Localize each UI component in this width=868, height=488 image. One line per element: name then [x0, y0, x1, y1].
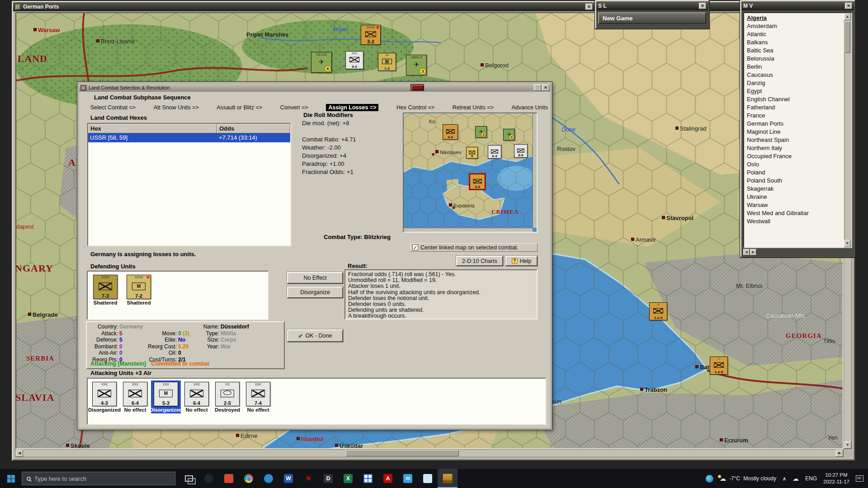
location-item-poland[interactable]: Poland	[747, 169, 844, 177]
task-view-icon[interactable]	[179, 469, 199, 488]
word-icon[interactable]: W	[278, 469, 298, 488]
pdf-icon[interactable]: A	[378, 469, 398, 488]
location-item-danzig[interactable]: Danzig	[747, 79, 844, 87]
location-item-fatherland[interactable]: Fatherland	[747, 103, 844, 112]
taskbar-search[interactable]: Type here to search	[22, 472, 175, 485]
location-item-balkans[interactable]: Balkans	[747, 38, 844, 47]
charts-button[interactable]: 2-D:10 Charts	[456, 256, 503, 266]
location-item-warsaw[interactable]: Warsaw	[747, 201, 844, 209]
chrome-icon[interactable]	[239, 469, 259, 488]
location-item-algeria[interactable]: Algeria	[747, 14, 844, 22]
location-item-belorussia[interactable]: Belorussia	[747, 55, 844, 63]
location-item-german-ports[interactable]: German Ports	[747, 120, 844, 128]
location-item-english-channel[interactable]: English Channel	[747, 95, 844, 103]
location-item-caucasus[interactable]: Caucasus	[747, 71, 844, 79]
location-item-egypt[interactable]: Egypt	[747, 87, 844, 95]
location-item-atlantic[interactable]: Atlantic	[747, 30, 844, 38]
mv-scroll-up-icon[interactable]: ▲	[844, 13, 851, 20]
unit-counter[interactable]: XXXX7-3	[93, 275, 118, 299]
location-item-skagerrak[interactable]: Skagerrak	[747, 185, 844, 193]
dialog-close-button[interactable]: ✕	[542, 84, 549, 91]
mv-titlebar[interactable]: M V ✕	[741, 1, 854, 10]
game-icon[interactable]	[438, 469, 458, 488]
mv-scroll-thumb[interactable]	[844, 21, 850, 53]
language-indicator[interactable]: ENG	[805, 475, 817, 482]
column-header-odds[interactable]: Odds	[217, 124, 290, 133]
location-item-poland-south[interactable]: Poland South	[747, 177, 844, 185]
location-item-occupied-france[interactable]: Occupied France	[747, 152, 844, 160]
center-map-checkbox[interactable]	[412, 244, 418, 250]
sl-close-button[interactable]: ✕	[699, 3, 706, 9]
hscroll-thumb[interactable]	[346, 450, 459, 456]
info-value: Corps	[221, 337, 279, 343]
map-horizontal-scrollbar[interactable]: ◀ ▶	[15, 449, 844, 457]
mv-scrollbar[interactable]: ▲ ▼	[844, 13, 851, 247]
mail-icon[interactable]: ✉	[398, 469, 418, 488]
unit-cell[interactable]: XXXM5-3Disorganized	[151, 380, 181, 413]
sl-titlebar[interactable]: S L ✕	[596, 1, 708, 10]
location-item-baltic-sea[interactable]: Baltic Sea	[747, 47, 844, 55]
unit-counter[interactable]: XXXXRM7-2	[127, 275, 151, 299]
unit-counter[interactable]: XX2-5	[215, 382, 240, 406]
weather-widget[interactable]: ☁ -7°C Mostly cloudy	[720, 475, 776, 482]
linked-minimap[interactable]: KriNikolayevEvpatoriaCRIMEA 4-3✈3✈396-48…	[403, 113, 538, 233]
location-item-northeast-spain[interactable]: Northeast Spain	[747, 136, 844, 144]
steam-icon[interactable]	[199, 469, 219, 488]
unit-cell[interactable]: XX2-5Destroyed	[212, 380, 242, 413]
unit-counter[interactable]: XXX7-4	[246, 382, 270, 406]
no-effect-button[interactable]: No Effect	[287, 272, 343, 284]
unit-cell[interactable]: XXXX7-3Shattered	[90, 273, 120, 306]
unit-counter[interactable]: XXX6-4	[184, 382, 209, 406]
table-row[interactable]: USSR [58, 59] +7.714 (33:14)	[88, 133, 290, 142]
photos-app-icon[interactable]	[418, 469, 438, 488]
location-item-maginot-line[interactable]: Maginot Line	[747, 128, 844, 136]
location-item-ukraine[interactable]: Ukraine	[747, 193, 844, 201]
minimap-vscroll[interactable]	[533, 113, 537, 228]
d-app-icon[interactable]: D	[318, 469, 338, 488]
dialog-maximize-button[interactable]: □	[534, 84, 541, 91]
minimap-hscroll[interactable]	[404, 228, 533, 232]
scroll-down-icon[interactable]: ▼	[844, 441, 851, 449]
scroll-left-icon[interactable]: ◀	[16, 450, 23, 457]
unit-cell[interactable]: XXXXRM7-2Shattered	[124, 273, 154, 306]
location-item-amsterdam[interactable]: Amsterdam	[747, 22, 844, 30]
location-item-westwall[interactable]: Westwall	[747, 217, 844, 225]
new-game-button[interactable]: New Game	[598, 12, 706, 24]
unit-cell[interactable]: XXX4-3Disorganized	[90, 380, 119, 413]
unit-counter[interactable]: XXX6-4	[123, 382, 147, 406]
column-header-hex[interactable]: Hex	[88, 124, 217, 133]
unit-cell[interactable]: XXX6-4No effect	[182, 380, 212, 413]
center-map-option[interactable]: Center linked map on selected combat.	[410, 243, 538, 252]
tray-chevron-icon[interactable]: ∧	[783, 476, 786, 482]
mv-grip-right-icon[interactable]: ▶	[750, 249, 756, 255]
mv-grip-left-icon[interactable]: ◀	[743, 249, 750, 255]
netflix-icon[interactable]: N	[298, 469, 318, 488]
tray-browser-icon[interactable]	[706, 475, 713, 483]
unit-cell[interactable]: XXX6-4No effect	[120, 380, 150, 413]
onedrive-icon[interactable]: ☁	[793, 475, 799, 482]
mv-scroll-down-icon[interactable]: ▼	[844, 240, 851, 247]
help-button[interactable]: ? Help	[505, 256, 538, 266]
location-item-northern-italy[interactable]: Northern Italy	[747, 144, 844, 152]
disorganize-button[interactable]: Disorganize	[287, 286, 343, 298]
close-button[interactable]: ✕	[585, 4, 593, 10]
ok-done-button[interactable]: ✔ OK - Done	[287, 329, 343, 342]
start-button[interactable]	[0, 469, 22, 488]
location-item-west-med-and-gibraltar[interactable]: West Med and Gibraltar	[747, 209, 844, 217]
blue-app-icon[interactable]	[259, 469, 278, 488]
location-item-france[interactable]: France	[747, 112, 844, 120]
scroll-right-icon[interactable]: ▶	[836, 450, 843, 457]
location-item-berlin[interactable]: Berlin	[747, 63, 844, 71]
notification-center-icon[interactable]	[856, 475, 863, 482]
dialog-titlebar[interactable]: Land Combat Selection & Resolution □ ✕	[79, 84, 550, 92]
location-item-oslo[interactable]: Oslo	[747, 160, 844, 169]
german-ports-titlebar[interactable]: German Ports ✕	[13, 2, 854, 11]
mv-close-button[interactable]: ✕	[845, 3, 852, 9]
clock[interactable]: 10:27 PM 2022-11-17	[823, 472, 849, 485]
unit-counter[interactable]: XXX4-3	[92, 382, 117, 406]
grid-app-icon[interactable]	[358, 469, 378, 488]
red-app-icon[interactable]	[219, 469, 239, 488]
unit-cell[interactable]: XXX7-4No effect	[243, 380, 273, 413]
unit-counter[interactable]: XXXM5-3	[154, 382, 178, 406]
excel-icon[interactable]: X	[338, 469, 358, 488]
